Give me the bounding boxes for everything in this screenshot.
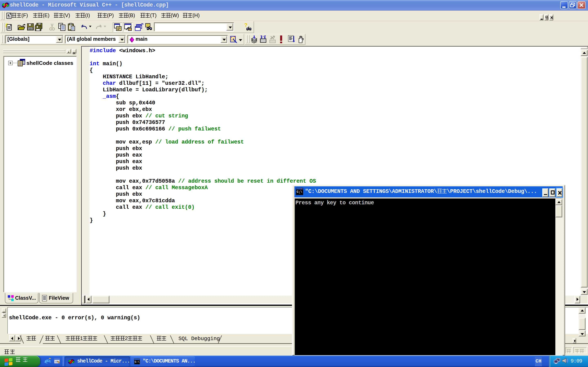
- svg-text:C:\: C:\: [135, 360, 139, 363]
- svg-text:?: ?: [244, 22, 247, 28]
